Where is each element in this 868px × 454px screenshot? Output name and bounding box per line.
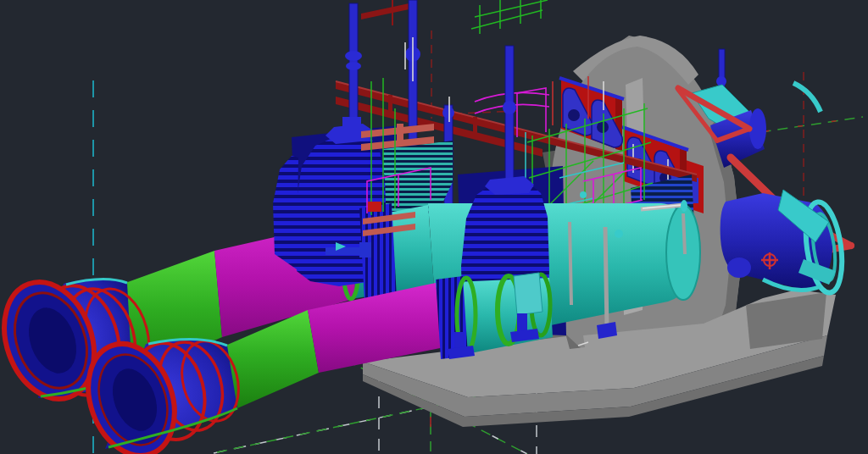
blue-pipe-stub (326, 247, 364, 255)
rod-3 (683, 213, 685, 254)
tower1-neck (342, 117, 361, 127)
stack-1-flange (345, 51, 362, 61)
duct2-valve-box (514, 273, 542, 315)
red-valve-box (368, 202, 381, 212)
beam-tie-2 (473, 117, 477, 136)
rod-2 (605, 227, 607, 329)
model-scene (0, 0, 868, 454)
stack-1-flange2 (346, 62, 361, 70)
salmon-stub (397, 124, 403, 146)
blue-elbow (359, 242, 371, 257)
rod-1 (570, 222, 571, 305)
cad-viewport[interactable] (0, 0, 868, 454)
stack-4-flange (503, 101, 516, 114)
cyan-fitting (580, 191, 587, 198)
exhaust-nub (727, 257, 751, 278)
stack-3-flange (442, 107, 454, 119)
rod-cyan-cap (681, 200, 687, 212)
beam-tie-1 (388, 95, 392, 114)
duct1-cyan-ball (615, 230, 623, 238)
